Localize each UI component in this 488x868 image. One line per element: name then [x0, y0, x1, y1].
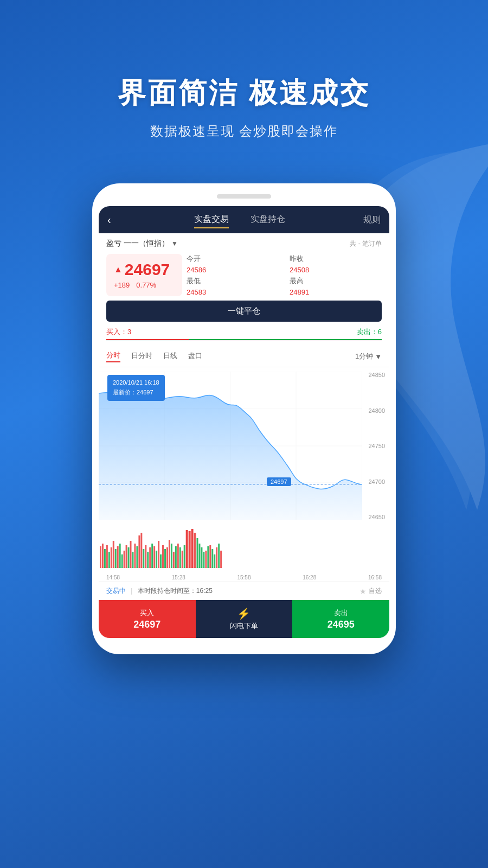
svg-rect-30 [143, 549, 144, 568]
svg-rect-23 [128, 547, 130, 568]
svg-rect-49 [184, 545, 185, 568]
yesterday-close-value: 24508 [290, 266, 382, 274]
svg-rect-26 [134, 544, 136, 568]
hero-title: 界面简洁 极速成交 [0, 76, 488, 110]
x-label-4: 16:58 [368, 575, 382, 580]
svg-rect-17 [115, 549, 117, 568]
svg-rect-46 [177, 544, 179, 568]
sell-btn-label: 卖出 [334, 608, 348, 618]
price-changes: +189 0.77% [114, 281, 175, 289]
svg-rect-62 [214, 554, 215, 568]
high-value: 24891 [290, 288, 382, 296]
svg-rect-57 [203, 552, 204, 568]
svg-rect-16 [113, 541, 114, 568]
price-stats: 今开 昨收 24586 24508 最低 最高 24583 24891 [187, 254, 382, 296]
tab-live-position[interactable]: 实盘持仓 [251, 212, 285, 228]
watchlist-button[interactable]: ★ 自选 [359, 586, 382, 596]
svg-rect-59 [207, 546, 209, 568]
price-grid: ▲ 24697 +189 0.77% 今开 昨收 24586 24508 [106, 254, 382, 296]
y-label-1: 24800 [368, 407, 385, 414]
chart-tab-day-minute[interactable]: 日分时 [131, 351, 152, 362]
svg-rect-48 [182, 551, 183, 568]
dropdown-arrow[interactable]: ▼ [171, 240, 178, 247]
x-label-1: 15:28 [172, 575, 185, 580]
today-open-value: 24586 [187, 266, 279, 274]
svg-rect-29 [140, 533, 142, 568]
svg-rect-14 [108, 552, 110, 568]
svg-rect-36 [156, 551, 157, 568]
tooltip-price: 最新价：24697 [113, 388, 159, 398]
buy-sell-bar-line [106, 339, 382, 340]
x-axis: 14:58 15:28 15:58 16:28 16:58 [99, 573, 389, 582]
chart-price-label: 24697 [267, 477, 291, 486]
svg-rect-61 [211, 549, 213, 568]
hero-section: 界面简洁 极速成交 数据极速呈现 会炒股即会操作 [0, 0, 488, 162]
svg-rect-10 [100, 546, 101, 568]
svg-rect-31 [145, 545, 146, 568]
low-label: 最低 [187, 276, 279, 286]
flash-order-button[interactable]: ⚡ 闪电下单 [196, 600, 293, 638]
chart-area: 2020/10/21 16:18 最新价：24697 24850 24800 2… [99, 367, 389, 525]
svg-rect-42 [169, 540, 170, 568]
chart-tab-orderbook[interactable]: 盘口 [188, 351, 202, 362]
svg-rect-19 [119, 544, 121, 568]
chart-tab-1min-dropdown[interactable]: 1分钟 ▼ [355, 352, 382, 361]
svg-rect-39 [162, 545, 164, 568]
price-change-percent: 0.77% [136, 281, 156, 289]
svg-rect-41 [166, 547, 168, 568]
action-buttons: 买入 24697 ⚡ 闪电下单 卖出 24695 [99, 600, 389, 638]
current-price: ▲ 24697 [114, 260, 175, 279]
trading-status: 交易中 | 本时段持仓时间至：16:25 [106, 586, 213, 596]
high-label: 最高 [290, 276, 382, 286]
chart-tab-minute[interactable]: 分时 [106, 350, 120, 362]
app-header: ‹ 实盘交易 实盘持仓 规则 [99, 206, 389, 233]
svg-rect-43 [171, 544, 172, 568]
svg-rect-60 [209, 545, 211, 568]
svg-rect-32 [147, 552, 149, 568]
svg-rect-44 [173, 552, 175, 568]
svg-rect-50 [186, 530, 188, 568]
svg-rect-22 [126, 545, 127, 568]
svg-rect-38 [160, 554, 162, 568]
svg-rect-34 [151, 544, 153, 568]
flash-btn-label: 闪电下单 [230, 621, 258, 631]
x-label-3: 16:28 [303, 575, 316, 580]
today-open-label: 今开 [187, 254, 279, 264]
order-count: 共 - 笔订单 [350, 239, 382, 248]
tooltip-date: 2020/10/21 16:18 [113, 378, 159, 388]
rule-link[interactable]: 规则 [363, 214, 381, 226]
svg-rect-35 [153, 546, 155, 568]
tab-live-trading[interactable]: 实盘交易 [194, 212, 229, 228]
sell-btn-price: 24695 [328, 619, 355, 630]
sell-button[interactable]: 卖出 24695 [292, 600, 389, 638]
svg-rect-12 [104, 549, 106, 568]
svg-rect-21 [124, 551, 125, 568]
chart-tabs: 分时 日分时 日线 盘口 1分钟 ▼ [99, 346, 389, 367]
buy-btn-label: 买入 [140, 608, 154, 618]
svg-rect-15 [111, 547, 112, 568]
one-click-close-button[interactable]: 一键平仓 [106, 301, 382, 322]
yesterday-close-label: 昨收 [290, 254, 382, 264]
svg-rect-55 [198, 544, 200, 568]
svg-rect-13 [106, 545, 108, 568]
phone-container: ‹ 实盘交易 实盘持仓 规则 盈亏 一一（恒指） ▼ 共 - 笔订单 [0, 183, 488, 654]
status-bar: 交易中 | 本时段持仓时间至：16:25 ★ 自选 [99, 582, 389, 600]
header-tabs: 实盘交易 实盘持仓 [117, 212, 363, 228]
hero-subtitle: 数据极速呈现 会炒股即会操作 [0, 123, 488, 140]
chart-tab-daily[interactable]: 日线 [163, 351, 177, 362]
session-info: 本时段持仓时间至：16:25 [138, 587, 213, 595]
svg-rect-40 [164, 549, 166, 568]
buy-button[interactable]: 买入 24697 [99, 600, 196, 638]
svg-rect-65 [220, 551, 222, 568]
back-button[interactable]: ‹ [107, 214, 111, 226]
svg-rect-24 [130, 541, 132, 568]
y-label-0: 24850 [368, 372, 385, 378]
svg-rect-45 [175, 546, 177, 568]
svg-rect-54 [197, 538, 198, 568]
y-label-2: 24750 [368, 443, 385, 449]
price-main: ▲ 24697 +189 0.77% [106, 254, 182, 296]
svg-rect-33 [149, 547, 151, 568]
sell-count-label: 卖出：6 [357, 327, 382, 337]
phone-screen: ‹ 实盘交易 实盘持仓 规则 盈亏 一一（恒指） ▼ 共 - 笔订单 [99, 206, 389, 638]
volume-area [99, 525, 389, 573]
